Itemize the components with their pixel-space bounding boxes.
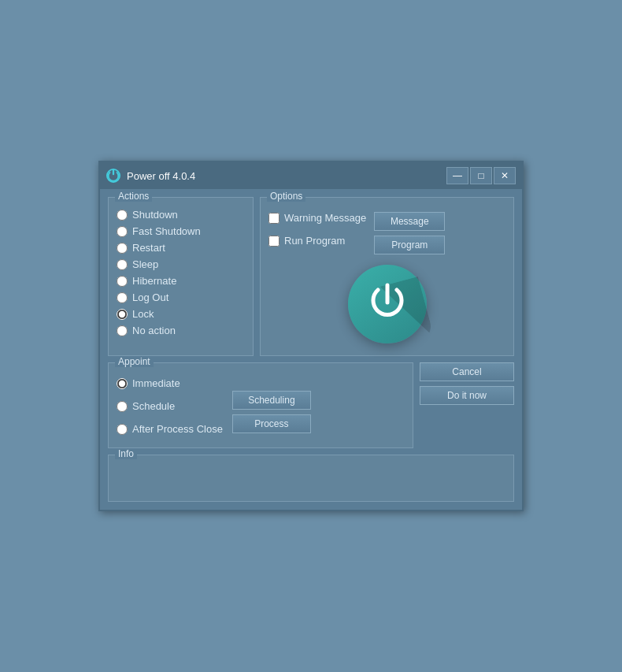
action-sleep-radio[interactable] bbox=[117, 259, 128, 270]
action-shutdown-label: Shutdown bbox=[132, 209, 178, 221]
action-no-action-radio[interactable] bbox=[117, 325, 128, 336]
action-lock[interactable]: Lock bbox=[117, 308, 245, 320]
run-program-label: Run Program bbox=[284, 235, 345, 247]
do-it-now-button[interactable]: Do it now bbox=[420, 386, 514, 405]
appoint-schedule[interactable]: Schedule bbox=[117, 400, 223, 412]
options-left: Warning Message Run Program Message Prog… bbox=[268, 212, 505, 347]
warning-message-label: Warning Message bbox=[284, 212, 366, 224]
options-label: Options bbox=[267, 191, 305, 202]
program-button[interactable]: Program bbox=[374, 236, 445, 254]
action-logout-label: Log Out bbox=[132, 291, 168, 303]
action-lock-label: Lock bbox=[132, 308, 154, 320]
main-window: Power off 4.0.4 — □ ✕ Actions Shutdown F… bbox=[98, 161, 524, 511]
action-sleep[interactable]: Sleep bbox=[117, 258, 245, 270]
actions-group: Actions Shutdown Fast Shutdown Restart S… bbox=[108, 197, 254, 356]
appoint-immediate-label: Immediate bbox=[132, 377, 180, 389]
window-controls: — □ ✕ bbox=[446, 167, 516, 184]
appoint-middle-buttons: Scheduling Process bbox=[232, 384, 311, 433]
action-shutdown-radio[interactable] bbox=[117, 210, 128, 221]
appoint-immediate[interactable]: Immediate bbox=[117, 377, 223, 389]
action-hibernate-label: Hibernate bbox=[132, 275, 176, 287]
actions-label: Actions bbox=[115, 191, 152, 202]
main-content: Actions Shutdown Fast Shutdown Restart S… bbox=[100, 189, 522, 510]
options-buttons: Message Program bbox=[374, 212, 445, 254]
appoint-schedule-radio[interactable] bbox=[117, 401, 128, 412]
appoint-right-buttons: Cancel Do it now bbox=[420, 362, 514, 448]
appoint-label: Appoint bbox=[115, 356, 154, 367]
run-program-checkbox[interactable] bbox=[268, 236, 280, 247]
power-icon-area bbox=[268, 261, 505, 347]
action-shutdown[interactable]: Shutdown bbox=[117, 209, 245, 221]
action-restart-radio[interactable] bbox=[117, 243, 128, 254]
action-lock-radio[interactable] bbox=[117, 309, 128, 320]
action-restart-label: Restart bbox=[132, 242, 165, 254]
info-label: Info bbox=[115, 448, 137, 459]
process-button[interactable]: Process bbox=[232, 414, 311, 433]
action-no-action-label: No action bbox=[132, 325, 176, 336]
top-row: Actions Shutdown Fast Shutdown Restart S… bbox=[108, 197, 514, 356]
close-button[interactable]: ✕ bbox=[494, 167, 516, 184]
action-logout-radio[interactable] bbox=[117, 292, 128, 303]
appoint-after-process-label: After Process Close bbox=[132, 423, 223, 435]
window-title: Power off 4.0.4 bbox=[127, 170, 440, 182]
info-group: Info bbox=[108, 455, 514, 502]
action-sleep-label: Sleep bbox=[132, 258, 158, 270]
action-no-action[interactable]: No action bbox=[117, 325, 245, 336]
run-program-checkbox-row[interactable]: Run Program bbox=[268, 235, 366, 247]
app-icon bbox=[106, 169, 120, 183]
action-hibernate[interactable]: Hibernate bbox=[117, 275, 245, 287]
appoint-row: Appoint Immediate Schedule A bbox=[108, 362, 514, 448]
action-restart[interactable]: Restart bbox=[117, 242, 245, 254]
appoint-radios: Immediate Schedule After Process Close bbox=[117, 377, 223, 440]
action-fast-shutdown-label: Fast Shutdown bbox=[132, 225, 201, 237]
appoint-schedule-label: Schedule bbox=[132, 400, 175, 412]
action-logout[interactable]: Log Out bbox=[117, 291, 245, 303]
appoint-immediate-radio[interactable] bbox=[117, 378, 128, 389]
warning-message-checkbox[interactable] bbox=[268, 213, 280, 224]
warning-message-checkbox-row[interactable]: Warning Message bbox=[268, 212, 366, 224]
maximize-button[interactable]: □ bbox=[470, 167, 492, 184]
action-fast-shutdown[interactable]: Fast Shutdown bbox=[117, 225, 245, 237]
appoint-after-process[interactable]: After Process Close bbox=[117, 423, 223, 435]
action-fast-shutdown-radio[interactable] bbox=[117, 226, 128, 237]
titlebar: Power off 4.0.4 — □ ✕ bbox=[100, 162, 522, 189]
appoint-after-process-radio[interactable] bbox=[117, 424, 128, 435]
cancel-button[interactable]: Cancel bbox=[420, 362, 514, 381]
appoint-group: Appoint Immediate Schedule A bbox=[108, 362, 413, 448]
scheduling-button[interactable]: Scheduling bbox=[232, 391, 311, 410]
message-button[interactable]: Message bbox=[374, 212, 445, 231]
minimize-button[interactable]: — bbox=[446, 167, 468, 184]
power-icon-container bbox=[344, 261, 431, 347]
action-hibernate-radio[interactable] bbox=[117, 276, 128, 287]
options-group: Options Warning Message Run bbox=[260, 197, 514, 356]
power-svg bbox=[364, 280, 411, 328]
